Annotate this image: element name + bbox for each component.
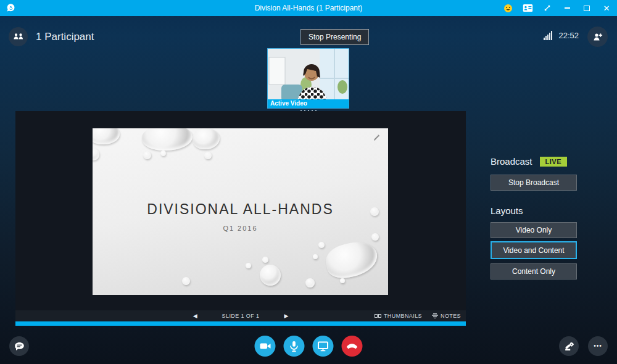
microphone-button[interactable] <box>284 336 305 357</box>
call-settings-button[interactable] <box>559 336 579 356</box>
active-video-thumbnail[interactable]: Active Video <box>267 48 349 109</box>
annotate-pencil-icon[interactable] <box>372 133 381 144</box>
skype-meeting-window: Division All-Hands (1 Participant) ✕ 1 P… <box>0 0 617 364</box>
monitor-icon <box>318 341 329 352</box>
im-chat-button[interactable] <box>9 336 29 356</box>
thumbnails-button[interactable]: THUMBNAILS <box>375 313 422 319</box>
device-settings-icon <box>564 341 574 352</box>
stop-broadcast-button[interactable]: Stop Broadcast <box>491 175 577 191</box>
chat-bubble-icon <box>14 342 25 351</box>
thumbnails-icon <box>375 314 381 318</box>
present-screen-button[interactable] <box>313 336 334 357</box>
broadcast-label: Broadcast <box>491 156 532 167</box>
slide-title: DIVISIONAL ALL-HANDS <box>93 201 388 218</box>
minimize-button[interactable] <box>561 2 573 14</box>
layout-content-only-button[interactable]: Content Only <box>491 263 577 279</box>
call-controls <box>255 336 363 357</box>
add-person-icon <box>592 32 603 41</box>
stop-presenting-button[interactable]: Stop Presenting <box>300 29 369 45</box>
slide-subtitle: Q1 2016 <box>93 225 388 232</box>
popout-icon[interactable] <box>542 2 553 14</box>
call-status: 22:52 <box>544 31 579 40</box>
content-stage: DIVISIONAL ALL-HANDS Q1 2016 ◀ SLIDE 1 O… <box>15 111 466 326</box>
invite-participant-button[interactable] <box>587 27 608 47</box>
notes-icon <box>432 313 438 318</box>
call-timer: 22:52 <box>558 31 579 40</box>
network-signal-icon <box>544 31 552 40</box>
contact-card-icon[interactable] <box>522 2 533 14</box>
previous-slide-button[interactable]: ◀ <box>193 313 197 319</box>
maximize-button[interactable] <box>581 2 592 14</box>
active-video-label: Active Video <box>268 99 349 108</box>
presentation-slide: DIVISIONAL ALL-HANDS Q1 2016 <box>93 128 388 295</box>
broadcast-sidebar: Broadcast LIVE Stop Broadcast Layouts Vi… <box>491 156 577 167</box>
slide-navigation-bar: ◀ SLIDE 1 OF 1 ▶ THUMBNAILS NOTES <box>15 310 466 321</box>
layouts-label: Layouts <box>491 205 523 216</box>
skype-logo-icon <box>6 3 15 15</box>
hang-up-icon <box>346 342 358 350</box>
microphone-icon <box>289 341 299 352</box>
layout-video-and-content-button[interactable]: Video and Content <box>491 241 577 259</box>
layout-video-only-button[interactable]: Video Only <box>491 222 577 238</box>
participant-count: 1 Participant <box>36 31 94 43</box>
slide-counter: SLIDE 1 OF 1 <box>222 313 260 319</box>
titlebar: Division All-Hands (1 Participant) ✕ <box>0 0 617 16</box>
hang-up-button[interactable] <box>342 336 363 357</box>
video-camera-icon <box>259 342 271 350</box>
notes-button[interactable]: NOTES <box>432 313 461 319</box>
live-status-badge: LIVE <box>540 157 567 167</box>
more-options-button[interactable]: ••• <box>588 336 608 356</box>
close-button[interactable]: ✕ <box>601 2 612 14</box>
emoticon-icon[interactable] <box>502 2 513 14</box>
participants-icon[interactable] <box>9 27 28 46</box>
video-camera-button[interactable] <box>255 336 276 357</box>
presenting-progress-bar <box>15 321 466 326</box>
participants-toggle[interactable]: 1 Participant <box>9 27 94 46</box>
next-slide-button[interactable]: ▶ <box>284 313 288 319</box>
